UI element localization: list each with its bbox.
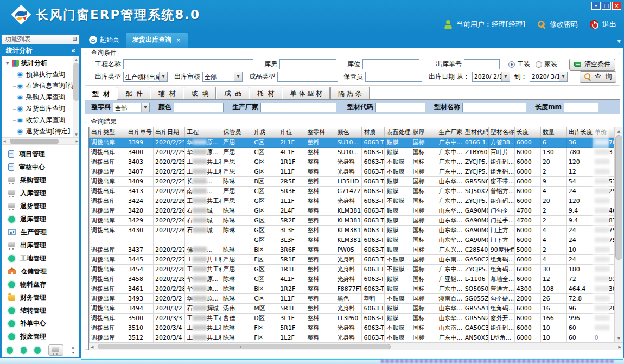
minimize-button[interactable]: [591, 2, 601, 10]
scroll-up-icon[interactable]: [73, 58, 79, 61]
scroll-thumb[interactable]: [73, 63, 79, 101]
column-header[interactable]: 颜色: [335, 127, 362, 137]
material-tab[interactable]: 配 件: [118, 87, 150, 99]
column-header[interactable]: 型材名称: [488, 127, 514, 137]
table-row[interactable]: 调拨出库35102020/3/4工共工程陈琳F区5R1F整料光身料6063-T5…: [90, 323, 615, 333]
outbound-type-select[interactable]: 生产领料出库: [123, 72, 168, 82]
sidebar-module-审核中心[interactable]: 审核中心: [2, 161, 79, 174]
radio-gongzhuang[interactable]: [508, 61, 515, 68]
location-input[interactable]: [362, 59, 419, 69]
column-header[interactable]: 长度: [514, 127, 540, 137]
tabbar-dropdown-icon[interactable]: [617, 39, 621, 44]
table-horizontal-scrollbar[interactable]: [89, 342, 623, 350]
column-header[interactable]: 整零料: [305, 127, 335, 137]
table-row[interactable]: G区3L3F整料KLM38176063-T5贴膜国标山东华...GA90M09.…: [90, 235, 615, 245]
close-button[interactable]: [612, 2, 621, 10]
scroll-thumb[interactable]: [10, 139, 59, 144]
table-row[interactable]: 调拨出库34942020/3/2石辉城汤伟M区5R1F整料光身料6063-T5贴…: [90, 303, 615, 313]
column-header[interactable]: 型材代码: [463, 127, 488, 137]
table-row[interactable]: 调拨出库34092020/2/25长...陈琳B区2R5F整料LI35HD606…: [90, 176, 615, 186]
column-header[interactable]: 出库类型: [90, 127, 126, 137]
table-row[interactable]: 调拨出库34932020/3/2华原...陈琳C区1L1F整料黑色塑料不贴膜国标…: [90, 293, 615, 303]
table-row[interactable]: 调拨出库34282020/2/26石城陈琳G区2L4F整料KLM38176063…: [90, 206, 615, 215]
scroll-thumb[interactable]: [98, 344, 391, 349]
table-row[interactable]: 调拨出库34242020/2/26工共工程严思G区1L1F整料光身料6063-T…: [90, 196, 615, 206]
sidebar-module-采购管理[interactable]: 采购管理: [2, 174, 79, 187]
sidebar-module-物料盘存[interactable]: 物料盘存: [2, 278, 79, 291]
scroll-thumb[interactable]: [615, 135, 622, 260]
scroll-right-icon[interactable]: [75, 139, 78, 143]
date-from-select[interactable]: 2020/ 2/16: [472, 72, 510, 82]
length-input[interactable]: [564, 103, 598, 112]
table-row[interactable]: 调拨出库34452020/2/27工共工程严思F区5R1F整料光身料6063-T…: [90, 254, 615, 264]
column-header[interactable]: 出库单号: [126, 127, 154, 137]
toolbar-dot-icon[interactable]: [7, 347, 13, 354]
warehouse-input[interactable]: [279, 59, 336, 69]
profile-name-input[interactable]: [462, 103, 526, 112]
sidebar-module-项目管理[interactable]: 项目管理: [2, 148, 79, 161]
column-header[interactable]: 数量: [540, 127, 566, 137]
toolbar-cart-button[interactable]: [48, 344, 64, 356]
column-header[interactable]: 库房: [252, 127, 278, 137]
column-header[interactable]: 生产厂家: [437, 127, 463, 137]
toolbar-dot-icon[interactable]: [21, 347, 27, 354]
sidebar-module-报废管理[interactable]: 报废管理: [2, 330, 79, 343]
material-tab[interactable]: 玻 璃: [184, 87, 217, 99]
column-header[interactable]: 库位: [278, 127, 305, 137]
sidebar-module-出库管理[interactable]: 出库管理: [2, 239, 79, 252]
material-tab[interactable]: 型 材: [85, 87, 117, 100]
scroll-down-icon[interactable]: [73, 132, 79, 136]
product-type-input[interactable]: [277, 72, 338, 82]
sidebar-module-结转管理[interactable]: 结转管理: [2, 304, 79, 317]
scroll-left-icon[interactable]: [3, 139, 6, 143]
keeper-input[interactable]: [365, 72, 422, 82]
table-row[interactable]: 调拨出库34292020/2/26石城陈琳G区5R2F整料KLM38176063…: [90, 215, 615, 225]
audit-select[interactable]: 全部: [202, 72, 243, 82]
maximize-button[interactable]: [602, 2, 611, 10]
column-header[interactable]: 工程: [185, 127, 221, 137]
toolbar-more-icon[interactable]: [71, 346, 75, 355]
material-tab[interactable]: 成 品: [217, 87, 249, 99]
date-to-select[interactable]: 2020/ 3/16: [530, 72, 568, 82]
table-row[interactable]: 调拨出库34032020/2/25工共工程严思G区1R1F整料光身料6063-T…: [90, 157, 615, 167]
table-row[interactable]: 调拨出库34612020/2/28华原...陈琳B区1R2F整料F8877FT6…: [90, 284, 615, 293]
table-row[interactable]: 调拨出库34582020/2/28华原...陈琳C区4L1F整料光身料6063-…: [90, 274, 615, 284]
material-tab[interactable]: 辅 材: [151, 87, 183, 99]
zhengling-select[interactable]: 全部: [113, 103, 150, 112]
sidebar-module-仓储管理[interactable]: 仓储管理: [2, 265, 79, 278]
column-header[interactable]: 单价: [593, 127, 615, 137]
column-header[interactable]: 出库长度: [566, 127, 593, 137]
tab-home[interactable]: 起始页: [82, 33, 126, 48]
sidebar-module-工地管理[interactable]: 工地管理: [2, 252, 79, 265]
table-row[interactable]: 调拨出库34132020/2/26南...严思C区5R3F整料G71422606…: [90, 186, 615, 196]
order-no-input[interactable]: [464, 59, 500, 69]
pin-icon[interactable]: [72, 37, 77, 42]
table-row[interactable]: 调拨出库34002020/2/25华原...严思C区4L1F整料SU10...6…: [90, 147, 615, 157]
sidebar-module-财务管理[interactable]: 财务管理: [2, 291, 79, 304]
column-header[interactable]: 保管员: [221, 127, 252, 137]
sidebar-module-补单中心[interactable]: 补单中心: [2, 317, 79, 330]
table-row[interactable]: 调拨出库33992020/2/25华原...严思C区2L1F整料SU10...6…: [90, 137, 615, 147]
sidebar-module-生产管理[interactable]: 生产管理: [2, 226, 79, 239]
project-name-input[interactable]: [123, 59, 253, 69]
profile-code-input[interactable]: [375, 103, 425, 112]
logout-link[interactable]: 退出: [602, 20, 616, 29]
table-row[interactable]: 调拨出库34302020/2/26石城陈琳G区3L3F整料KLM38176063…: [90, 225, 615, 235]
tree-vertical-scrollbar[interactable]: [73, 56, 79, 137]
table-row[interactable]: 调拨出库35122020/3/4工共工程陈琳F区1L2F整料光身料6063-T5…: [90, 333, 615, 342]
toolbar-dot-icon[interactable]: [34, 347, 41, 354]
sidebar-module-退货管理[interactable]: 退货管理: [2, 200, 79, 213]
material-tab[interactable]: 隔 热 条: [330, 87, 370, 99]
tree-horizontal-scrollbar[interactable]: [2, 138, 79, 145]
column-header[interactable]: 表面处理: [385, 127, 411, 137]
sidebar-section-header[interactable]: 统计分析: [2, 44, 79, 56]
radio-jiazhuang[interactable]: [536, 61, 542, 68]
column-header[interactable]: 膜厚: [411, 127, 437, 137]
column-header[interactable]: 材质: [362, 127, 385, 137]
scroll-left-icon[interactable]: [91, 345, 93, 349]
table-row[interactable]: 调拨出库34072020/2/25工共工程严思G区1L1F整料光身料6063-T…: [90, 167, 615, 176]
column-header[interactable]: 出库日期: [154, 127, 185, 137]
search-button[interactable]: 查 询: [580, 71, 617, 83]
material-tab[interactable]: 耗 材: [250, 87, 282, 99]
table-row[interactable]: 调拨出库35002020/3/3工共工程曹佳D区3L1F整料LT3P606063…: [90, 313, 615, 323]
